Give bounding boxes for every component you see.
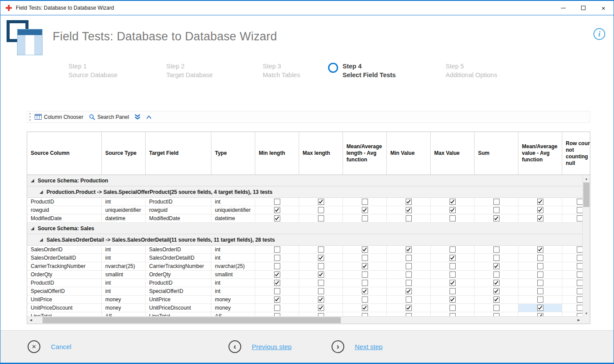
grid-cell[interactable]: SalesOrderDetailID [146,254,211,262]
vertical-scrollbar[interactable]: ▲ ▼ [582,175,590,317]
checkbox-checked[interactable] [450,199,456,205]
checkbox-unchecked[interactable] [537,280,543,286]
grid-cell[interactable]: rowguid [27,206,102,214]
checkbox-checked[interactable] [450,255,456,261]
scroll-left-icon[interactable]: ◀ [27,317,35,324]
checkbox-unchecked[interactable] [406,255,412,261]
checkbox-checked[interactable] [493,215,500,221]
checkbox-unchecked[interactable] [450,246,456,253]
grid-cell[interactable]: ModifiedDate [27,214,102,223]
grid-cell[interactable]: CarrierTrackingNumber [146,262,211,271]
checkbox-checked[interactable] [318,255,324,261]
checkbox-unchecked[interactable] [577,207,583,213]
checkbox-unchecked[interactable] [577,280,583,286]
checkbox-unchecked[interactable] [406,296,412,303]
checkbox-unchecked[interactable] [362,255,368,261]
table-group-row[interactable]: Sales.SalesOrderDetail -> Sales.SalesOrd… [27,234,582,246]
grid-cell[interactable]: int [102,198,146,206]
checkbox-unchecked[interactable] [274,263,280,269]
cancel-button[interactable]: × Cancel [28,331,71,363]
grid-cell[interactable]: int [102,254,146,262]
checkbox-checked[interactable] [318,199,324,205]
checkbox-unchecked[interactable] [274,199,280,205]
checkbox-unchecked[interactable] [274,305,280,311]
checkbox-unchecked[interactable] [493,246,500,253]
expand-icon[interactable] [39,238,43,242]
checkbox-checked[interactable] [537,199,543,205]
checkbox-checked[interactable] [274,207,280,213]
grid-cell[interactable]: smallint [211,271,255,279]
checkbox-unchecked[interactable] [318,215,324,221]
checkbox-checked[interactable] [274,271,280,278]
checkbox-unchecked[interactable] [318,288,324,294]
grid-cell[interactable]: int [211,198,255,206]
checkbox-checked[interactable] [406,288,412,294]
checkbox-checked[interactable] [450,207,456,213]
column-header[interactable]: Sum [475,132,518,175]
grid-cell[interactable]: ProductID [146,198,211,206]
grid-cell[interactable]: int [102,279,146,287]
checkbox-unchecked[interactable] [577,296,583,303]
column-header[interactable]: Min length [255,132,299,175]
grid-cell[interactable]: ProductID [146,279,211,287]
info-button[interactable]: i [593,28,605,40]
column-header[interactable]: Mean/Average value - Avg function [518,132,562,175]
grid-cell[interactable]: datetime [102,214,146,223]
checkbox-unchecked[interactable] [493,255,500,261]
scroll-up-icon[interactable]: ▲ [583,175,590,182]
checkbox-checked[interactable] [362,305,368,311]
grid-cell[interactable]: rowguid [146,206,211,214]
checkbox-unchecked[interactable] [537,288,543,294]
checkbox-checked[interactable] [537,246,543,253]
horizontal-scrollbar-thumb[interactable] [43,317,341,323]
checkbox-unchecked[interactable] [318,246,324,253]
grid-cell[interactable]: money [102,296,146,304]
grid-cell[interactable]: money [102,304,146,312]
grid-cell[interactable]: SpecialOfferID [27,287,102,296]
grid-cell[interactable]: int [211,279,255,287]
column-header[interactable]: Mean/Average length - Avg function [343,132,387,175]
expand-all-button[interactable] [135,114,140,120]
checkbox-unchecked[interactable] [493,207,500,213]
checkbox-unchecked[interactable] [577,255,583,261]
grid-cell[interactable]: UnitPrice [146,296,211,304]
checkbox-unchecked[interactable] [406,215,412,221]
checkbox-checked[interactable] [362,207,368,213]
column-header[interactable]: Row count not counting null [562,132,590,175]
checkbox-checked[interactable] [406,305,412,311]
next-step-button[interactable]: › Next step [332,331,382,363]
schema-group-row[interactable]: Source Schema: Sales [27,223,582,234]
checkbox-unchecked[interactable] [274,255,280,261]
checkbox-unchecked[interactable] [537,263,543,269]
checkbox-checked[interactable] [318,305,324,311]
checkbox-unchecked[interactable] [362,199,368,205]
checkbox-unchecked[interactable] [406,271,412,278]
checkbox-checked[interactable] [406,207,412,213]
checkbox-checked[interactable] [406,199,412,205]
maximize-button[interactable] [573,1,593,15]
checkbox-unchecked[interactable] [577,246,583,253]
checkbox-unchecked[interactable] [450,263,456,269]
checkbox-checked[interactable] [362,246,368,253]
checkbox-checked[interactable] [493,263,500,269]
scroll-right-icon[interactable]: ▶ [575,317,582,324]
checkbox-checked[interactable] [493,280,500,286]
expand-icon[interactable] [30,226,35,231]
checkbox-unchecked[interactable] [362,280,368,286]
table-group-row[interactable]: Production.Product -> Sales.SpecialOffer… [27,186,582,198]
schema-group-row[interactable]: Source Schema: Production [27,175,582,186]
grid-cell[interactable]: OrderQty [27,271,102,279]
column-header[interactable]: Min Value [387,132,431,175]
checkbox-checked[interactable] [450,280,456,286]
checkbox-checked[interactable] [318,271,324,278]
vertical-scrollbar-thumb[interactable] [583,182,589,207]
checkbox-unchecked[interactable] [493,305,500,311]
checkbox-checked[interactable] [274,215,280,221]
checkbox-checked[interactable] [537,207,543,213]
toolbar-grip[interactable] [29,113,31,121]
checkbox-unchecked[interactable] [450,271,456,278]
grid-cell[interactable]: int [211,254,255,262]
grid-cell[interactable]: money [211,304,255,312]
checkbox-unchecked[interactable] [450,305,456,311]
checkbox-unchecked[interactable] [318,263,324,269]
